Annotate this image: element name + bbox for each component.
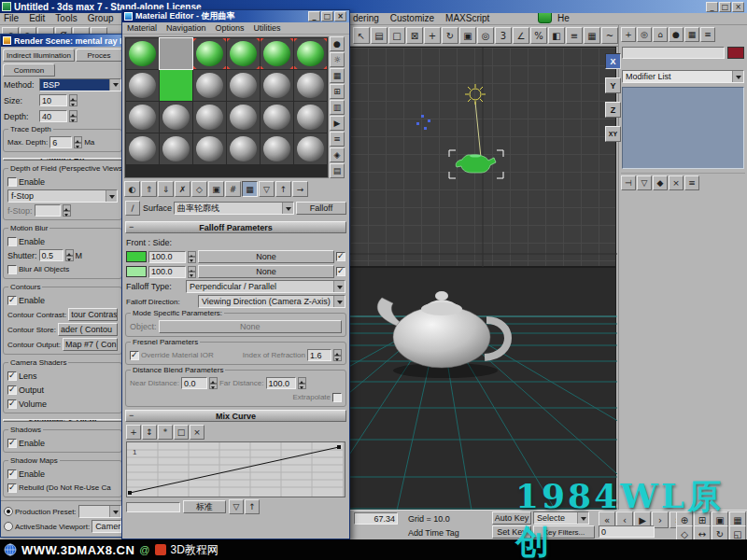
- material-sample-slot[interactable]: [160, 133, 192, 164]
- fstop-field[interactable]: [35, 204, 61, 217]
- shadows-displacement-rollout[interactable]: Shadows & Displ: [3, 419, 122, 422]
- motion-blur-enable-checkbox[interactable]: [7, 237, 17, 246]
- app-titlebar[interactable]: Untitled - 3ds max 7 - Stand-alone Licen…: [0, 0, 747, 13]
- me-menu-navigation[interactable]: Navigation: [166, 23, 206, 33]
- me-maximize-button[interactable]: □: [321, 11, 333, 21]
- falloff-parameters-rollout[interactable]: Falloff Parameters: [125, 221, 346, 233]
- extrapolate-checkbox[interactable]: [332, 393, 342, 402]
- mix-curve-rollout[interactable]: Mix Curve: [125, 410, 346, 422]
- make-unique-icon[interactable]: ◆: [653, 175, 668, 190]
- blur-all-objects-checkbox[interactable]: [7, 265, 17, 274]
- helper-dots[interactable]: [416, 115, 430, 130]
- material-sample-slot[interactable]: [227, 70, 260, 101]
- modifier-stack-list[interactable]: [622, 87, 744, 169]
- teapot-object-3d[interactable]: [377, 291, 508, 378]
- material-name-dropdown[interactable]: 曲率轮廓线: [174, 202, 294, 215]
- render-dialog-titlebar[interactable]: Render Scene: mental ray Re: [1, 35, 124, 47]
- material-sample-slot[interactable]: [160, 70, 192, 101]
- menu-help-partial[interactable]: He: [557, 13, 570, 23]
- coordinate-field[interactable]: 67.34: [354, 512, 398, 525]
- menu-maxscript[interactable]: MAXScript: [445, 13, 489, 23]
- go-to-parent-icon[interactable]: ↑: [275, 181, 291, 197]
- material-editor-options-icon[interactable]: ≡: [330, 132, 345, 147]
- material-sample-slot[interactable]: [227, 102, 260, 133]
- material-sample-slot[interactable]: [193, 102, 226, 133]
- select-and-move-icon[interactable]: +: [424, 27, 441, 44]
- snap-toggle-icon[interactable]: 3: [495, 27, 512, 44]
- material-id-channel-icon[interactable]: #: [225, 181, 241, 197]
- close-button[interactable]: ×: [732, 2, 744, 12]
- fstop-spinner[interactable]: [63, 204, 71, 217]
- contour-store-button[interactable]: ader ( Contou: [58, 323, 118, 336]
- make-preview-icon[interactable]: ▶: [330, 116, 345, 131]
- select-by-name-icon[interactable]: ▤: [371, 27, 388, 44]
- restrict-x-button[interactable]: X: [605, 53, 621, 69]
- material-sample-slot[interactable]: [294, 133, 327, 164]
- object-name-field[interactable]: [622, 47, 725, 59]
- mix-curve-canvas[interactable]: 1: [127, 442, 343, 497]
- rebuild-checkbox[interactable]: [7, 483, 17, 493]
- mix-curve-line[interactable]: [130, 447, 339, 493]
- menu-edit[interactable]: Edit: [29, 13, 45, 23]
- backlight-icon[interactable]: ☼: [330, 52, 345, 67]
- activeshade-radio[interactable]: [4, 522, 13, 531]
- material-sample-slot[interactable]: [193, 133, 226, 164]
- select-and-rotate-icon[interactable]: ↻: [442, 27, 458, 44]
- sample-uv-tiling-icon[interactable]: ⊞: [330, 84, 345, 99]
- get-material-icon[interactable]: ◐: [124, 181, 140, 197]
- select-and-scale-icon[interactable]: ▣: [459, 27, 476, 44]
- front-map-enable-checkbox[interactable]: [336, 252, 345, 261]
- put-to-library-icon[interactable]: ▣: [208, 181, 224, 197]
- minimize-button[interactable]: _: [706, 2, 718, 12]
- menu-group[interactable]: Group: [88, 13, 114, 23]
- material-sample-slot[interactable]: [294, 102, 327, 133]
- side-amount-spinner[interactable]: [188, 266, 196, 278]
- layer-manager-icon[interactable]: ▦: [584, 27, 600, 44]
- viewport-dropdown[interactable]: Camera: [92, 520, 121, 533]
- material-sample-slot[interactable]: [126, 133, 159, 164]
- ior-spinner[interactable]: [333, 349, 342, 361]
- display-tab-icon[interactable]: ▦: [684, 27, 699, 42]
- restrict-xy-plane-button[interactable]: XY: [605, 126, 621, 142]
- material-sample-slot[interactable]: [227, 38, 260, 69]
- show-end-result-icon[interactable]: ▽: [637, 175, 652, 190]
- align-icon[interactable]: ≡: [566, 27, 583, 44]
- far-distance-spinner[interactable]: [298, 377, 306, 389]
- modify-tab-icon[interactable]: ◎: [637, 27, 652, 42]
- falloff-direction-dropdown[interactable]: Viewing Direction (Camera Z-Axis): [198, 295, 345, 308]
- maximize-button[interactable]: □: [719, 2, 731, 12]
- size-spinner[interactable]: [69, 94, 78, 106]
- camera-effects-rollout[interactable]: Camera Eff: [3, 158, 122, 161]
- shadow-maps-enable-checkbox[interactable]: [7, 469, 17, 479]
- show-end-result-icon[interactable]: ▽: [229, 499, 244, 514]
- me-menu-material[interactable]: Material: [127, 23, 157, 33]
- percent-snap-icon[interactable]: %: [530, 27, 547, 44]
- material-sample-slot[interactable]: [160, 102, 192, 133]
- shadows-enable-checkbox[interactable]: [7, 439, 17, 448]
- production-radio[interactable]: [4, 507, 13, 516]
- object-color-swatch[interactable]: [727, 47, 744, 59]
- hierarchy-tab-icon[interactable]: ⌂: [653, 27, 668, 42]
- size-field[interactable]: 10: [39, 94, 67, 106]
- depth-field[interactable]: 40: [39, 110, 67, 122]
- contours-enable-checkbox[interactable]: [7, 296, 17, 305]
- menu-customize[interactable]: Customize: [390, 13, 434, 23]
- material-sample-slot[interactable]: [294, 38, 327, 69]
- modifier-list-dropdown[interactable]: Modifier List: [622, 70, 744, 83]
- material-sample-slot[interactable]: [294, 70, 327, 101]
- max-depth-field[interactable]: 6: [49, 136, 72, 148]
- material-sample-slot[interactable]: [126, 38, 159, 69]
- material-sample-slot[interactable]: [261, 133, 293, 164]
- front-map-button[interactable]: None: [198, 250, 334, 263]
- scale-point-icon[interactable]: ↕: [142, 425, 157, 440]
- side-color-swatch[interactable]: [126, 266, 147, 277]
- override-ior-checkbox[interactable]: [130, 351, 139, 360]
- material-type-button[interactable]: Falloff: [296, 202, 346, 215]
- curve-editor-icon[interactable]: ~: [601, 27, 618, 44]
- material-sample-slot[interactable]: [160, 38, 192, 69]
- select-object-icon[interactable]: ↖: [353, 27, 370, 44]
- tab-common[interactable]: Common: [3, 63, 55, 77]
- material-sample-slot[interactable]: [193, 70, 226, 101]
- go-forward-sibling-icon[interactable]: →: [292, 181, 308, 197]
- front-amount-spinner[interactable]: [188, 251, 196, 263]
